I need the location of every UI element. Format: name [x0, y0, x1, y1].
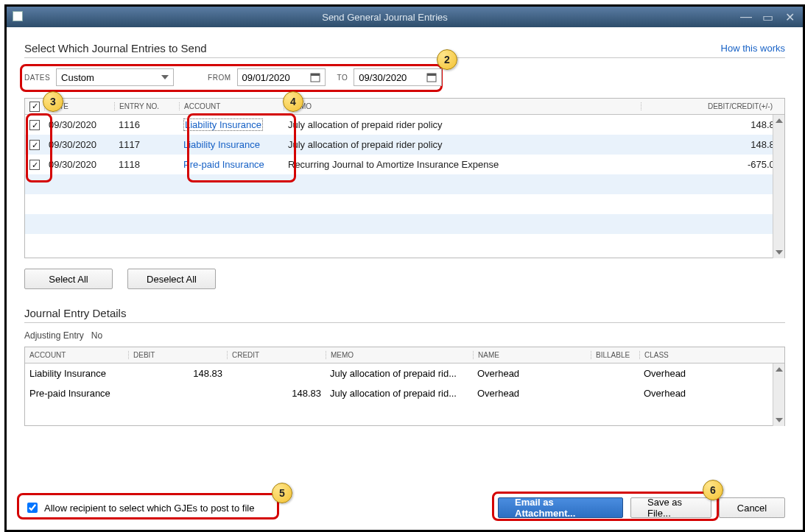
row-checkbox[interactable]	[29, 140, 40, 150]
details-header-row: ACCOUNT DEBIT CREDIT MEMO NAME BILLABLE …	[25, 347, 784, 363]
callout-6: 6	[703, 480, 723, 500]
col-billable[interactable]: BILLABLE	[591, 351, 639, 359]
app-icon	[13, 11, 30, 23]
calendar-icon[interactable]	[310, 72, 320, 82]
calendar-icon[interactable]	[426, 72, 437, 82]
deselect-all-button[interactable]: Deselect All	[127, 269, 216, 289]
details-grid: ACCOUNT DEBIT CREDIT MEMO NAME BILLABLE …	[24, 347, 785, 426]
adjusting-value: No	[91, 330, 102, 341]
scroll-up-icon[interactable]	[773, 363, 784, 375]
cell-dc: 148.83	[641, 119, 784, 130]
dates-dropdown[interactable]: Custom	[56, 68, 174, 86]
cell-debit: 148.83	[128, 368, 227, 379]
cell-account: Pre-paid Insurance	[25, 388, 128, 399]
cell-account-link[interactable]: Pre-paid Insurance	[179, 159, 284, 170]
blank-row	[25, 194, 784, 214]
cell-memo: July allocation of prepaid rid...	[326, 388, 473, 399]
cell-account-link[interactable]: Liability Insurance	[179, 139, 284, 150]
svg-rect-3	[427, 74, 436, 76]
header-checkbox-cell[interactable]	[25, 102, 44, 112]
chevron-down-icon	[161, 75, 169, 79]
cell-entry: 1117	[114, 139, 179, 150]
blank-row	[25, 214, 784, 234]
table-row[interactable]: 09/30/2020 1118 Pre-paid Insurance Recur…	[25, 155, 784, 174]
col-name[interactable]: NAME	[473, 351, 591, 359]
cell-account-link[interactable]: Liability Insurance	[183, 118, 263, 131]
entries-grid: DATE ENTRY NO. ACCOUNT MEMO DEBIT/CREDIT…	[24, 98, 785, 258]
to-date-input[interactable]: 09/30/2020	[354, 68, 442, 86]
svg-rect-1	[311, 74, 320, 76]
scroll-up-icon[interactable]	[773, 115, 784, 127]
cell-class: Overhead	[639, 388, 784, 399]
select-all-checkbox[interactable]	[29, 102, 40, 112]
cell-memo: July allocation of prepaid rider policy	[284, 119, 641, 130]
window-frame: Send General Journal Entries — ▭ ✕ Selec…	[4, 4, 805, 532]
adjusting-label: Adjusting Entry	[24, 330, 84, 341]
scroll-down-icon[interactable]	[773, 247, 784, 258]
col-account[interactable]: ACCOUNT	[25, 351, 128, 359]
section-title: Select Which Journal Entries to Send	[24, 42, 207, 54]
cell-class: Overhead	[639, 368, 784, 379]
cell-entry: 1116	[114, 119, 179, 130]
cell-date: 09/30/2020	[44, 119, 114, 130]
cell-memo: Recurring Journal to Amortize Insurance …	[284, 159, 641, 170]
dates-value: Custom	[61, 72, 94, 83]
col-memo[interactable]: MEMO	[326, 351, 473, 359]
vertical-scrollbar[interactable]	[773, 363, 784, 426]
cell-date: 09/30/2020	[44, 139, 114, 150]
cell-memo: July allocation of prepaid rid...	[326, 368, 473, 379]
table-row[interactable]: Pre-paid Insurance 148.83 July allocatio…	[25, 383, 784, 403]
col-account[interactable]: ACCOUNT	[179, 102, 284, 110]
col-debitcredit[interactable]: DEBIT/CREDIT(+/-)	[641, 102, 784, 110]
email-attachment-button[interactable]: Email as Attachment...	[498, 497, 623, 518]
from-date-input[interactable]: 09/01/2020	[237, 68, 326, 86]
callout-3: 3	[43, 91, 63, 112]
to-date-value: 09/30/2020	[359, 72, 407, 83]
select-all-button[interactable]: Select All	[24, 269, 113, 289]
maximize-icon[interactable]: ▭	[762, 10, 775, 24]
close-icon[interactable]: ✕	[784, 10, 797, 24]
col-credit[interactable]: CREDIT	[227, 351, 326, 359]
table-row[interactable]: 09/30/2020 1117 Liability Insurance July…	[25, 135, 784, 155]
cell-entry: 1118	[114, 159, 179, 170]
table-row[interactable]: Liability Insurance 148.83 July allocati…	[25, 363, 784, 383]
blank-row	[25, 234, 784, 254]
vertical-scrollbar[interactable]	[773, 115, 784, 258]
cell-memo: July allocation of prepaid rider policy	[284, 139, 641, 150]
callout-2: 2	[437, 49, 457, 70]
callout-5: 5	[272, 483, 292, 503]
callout-4: 4	[283, 91, 303, 112]
divider	[24, 322, 785, 323]
from-label: FROM	[208, 74, 231, 82]
save-as-file-button[interactable]: Save as File...	[630, 497, 711, 518]
dates-label: DATES	[24, 74, 50, 82]
row-checkbox[interactable]	[29, 120, 40, 130]
table-row[interactable]: 09/30/2020 1116 Liability Insurance July…	[25, 115, 784, 135]
cell-account: Liability Insurance	[25, 368, 128, 379]
cell-name: Overhead	[473, 368, 591, 379]
cancel-button[interactable]: Cancel	[719, 497, 785, 518]
cell-name: Overhead	[473, 388, 591, 399]
col-entryno[interactable]: ENTRY NO.	[114, 102, 179, 110]
col-debit[interactable]: DEBIT	[128, 351, 227, 359]
entries-header-row: DATE ENTRY NO. ACCOUNT MEMO DEBIT/CREDIT…	[25, 99, 784, 115]
allow-recipient-checkbox[interactable]	[27, 503, 38, 513]
cell-credit: 148.83	[227, 388, 326, 399]
minimize-icon[interactable]: —	[739, 10, 753, 24]
from-date-value: 09/01/2020	[242, 72, 290, 83]
help-link[interactable]: How this works	[721, 43, 785, 54]
to-label: TO	[337, 74, 348, 82]
blank-row	[25, 174, 784, 194]
cell-dc: -675.00	[641, 159, 784, 170]
blank-row	[25, 403, 784, 423]
col-class[interactable]: CLASS	[639, 351, 784, 359]
window-title: Send General Journal Entries	[322, 12, 448, 23]
scroll-down-icon[interactable]	[773, 414, 784, 426]
divider	[24, 57, 785, 58]
titlebar: Send General Journal Entries — ▭ ✕	[7, 7, 803, 27]
cell-dc: 148.83	[641, 139, 784, 150]
row-checkbox[interactable]	[29, 160, 40, 170]
details-title: Journal Entry Details	[24, 307, 785, 319]
col-memo[interactable]: MEMO	[284, 102, 641, 110]
cell-date: 09/30/2020	[44, 159, 114, 170]
